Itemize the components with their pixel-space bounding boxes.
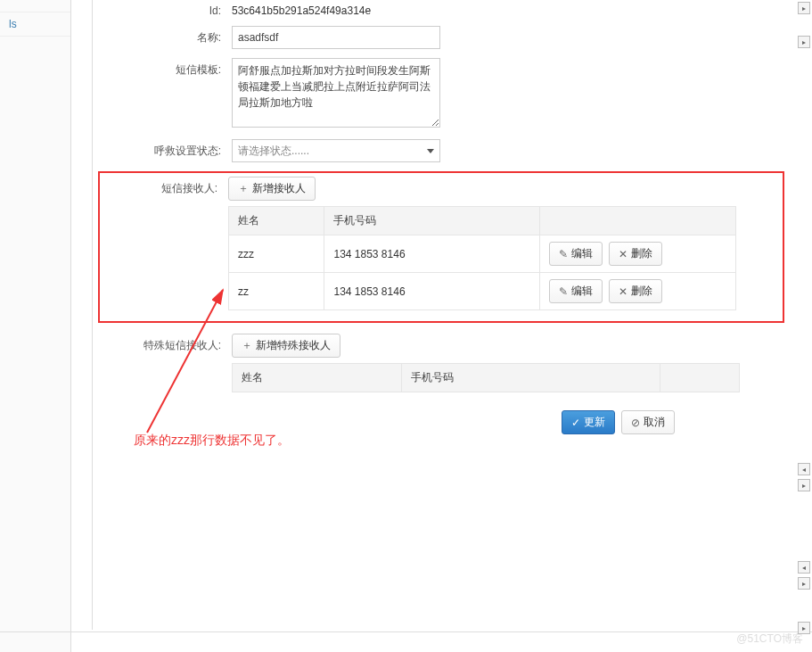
edit-button[interactable]: ✎编辑 [549,242,603,266]
status-placeholder: 请选择状态...... [238,144,309,159]
delete-button[interactable]: ✕删除 [609,279,662,303]
special-table: 姓名 手机号码 [232,363,740,392]
col-phone: 手机号码 [324,207,540,235]
close-icon: ✕ [619,285,627,298]
delete-button[interactable]: ✕删除 [609,242,662,266]
col-phone: 手机号码 [401,364,660,392]
cell-phone: 134 1853 8146 [324,235,540,273]
plus-icon: ＋ [238,181,249,196]
main-form: Id: 53c641b5b291a524f49a314e 名称: 短信模板: 阿… [98,0,784,434]
table-row: zzz 134 1853 8146 ✎编辑 ✕删除 [229,235,736,273]
handle-icon[interactable]: ▸ [798,2,810,14]
col-actions [660,364,740,392]
cell-name: zz [229,273,324,310]
sidebar-item-ls[interactable]: ls [0,12,70,37]
watermark: @51CTO博客 [736,631,803,647]
table-row: zz 134 1853 8146 ✎编辑 ✕删除 [229,273,736,310]
close-icon: ✕ [619,248,627,260]
sidebar-item[interactable] [0,0,70,12]
status-select[interactable]: 请选择状态...... [232,139,440,162]
annotation-text: 原来的zzz那行数据不见了。 [134,433,290,449]
add-recipient-label: 新增接收人 [252,181,306,196]
pencil-icon: ✎ [559,248,568,260]
ban-icon: ⊘ [631,417,640,429]
recipients-table: 姓名 手机号码 zzz 134 1853 8146 ✎编辑 ✕删除 [228,206,736,310]
recipients-highlight: 短信接收人: ＋ 新增接收人 姓名 手机号码 [98,171,784,323]
special-label: 特殊短信接收人: [98,334,232,353]
add-special-label: 新增特殊接收人 [256,338,331,353]
recipients-label: 短信接收人: [105,177,228,196]
add-recipient-button[interactable]: ＋ 新增接收人 [228,177,316,201]
edit-button[interactable]: ✎编辑 [549,279,603,303]
id-value: 53c641b5b291a524f49a314e [232,0,784,17]
handle-icon[interactable]: ▸ [798,479,810,491]
cell-phone: 134 1853 8146 [324,273,540,310]
update-label: 更新 [584,415,605,430]
handle-icon[interactable]: ▸ [798,577,810,590]
delete-label: 删除 [631,284,652,299]
chevron-down-icon [427,149,434,153]
edit-label: 编辑 [571,284,593,299]
template-textarea[interactable]: 阿舒服点加拉斯加对方拉时间段发生阿斯顿福建爱上当减肥拉上点附近拉萨阿司法局拉斯加… [232,58,440,128]
add-special-button[interactable]: ＋ 新增特殊接收人 [232,334,340,358]
form-actions: ✓ 更新 ⊘ 取消 [98,410,784,434]
edit-label: 编辑 [571,246,593,261]
handle-icon[interactable]: ▸ [798,36,810,48]
cancel-button[interactable]: ⊘ 取消 [621,410,675,434]
handle-icon[interactable]: ◂ [798,463,810,475]
right-gutter: ▸ ▸ ◂ ▸ ◂ ▸ ▸ [792,0,812,652]
col-actions [540,207,736,235]
name-input[interactable] [232,26,440,49]
check-icon: ✓ [571,417,580,429]
cell-name: zzz [229,235,324,273]
status-label: 呼救设置状态: [98,139,232,159]
col-name: 姓名 [229,207,324,235]
col-name: 姓名 [233,364,402,392]
vertical-divider [92,0,93,630]
delete-label: 删除 [631,246,652,261]
pencil-icon: ✎ [559,285,568,298]
id-label: Id: [98,0,232,17]
name-label: 名称: [98,26,232,45]
handle-icon[interactable]: ◂ [798,561,810,574]
cancel-label: 取消 [644,415,665,430]
plus-icon: ＋ [242,338,252,353]
update-button[interactable]: ✓ 更新 [562,410,615,434]
left-sidebar: ls [0,0,71,652]
template-label: 短信模板: [98,58,232,78]
bottom-divider [0,631,812,632]
